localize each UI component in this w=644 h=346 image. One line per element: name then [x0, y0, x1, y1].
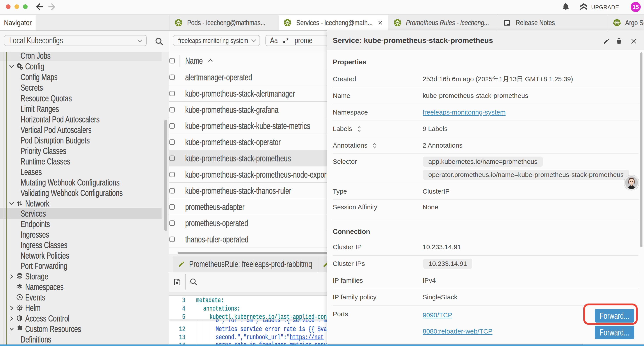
svg-text:*: * [286, 37, 289, 44]
